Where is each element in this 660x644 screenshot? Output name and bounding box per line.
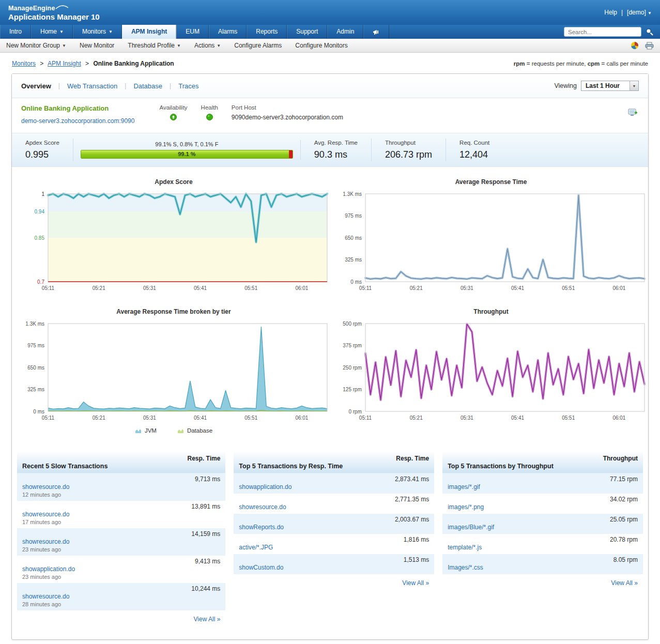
transaction-link[interactable]: showReports.do (239, 524, 284, 531)
breadcrumb-monitors[interactable]: Monitors (12, 60, 36, 67)
svg-text:05:41: 05:41 (511, 285, 524, 291)
transaction-link[interactable]: showresource.do (22, 511, 69, 518)
tab-traces[interactable]: Traces (178, 82, 198, 90)
legend-item-database[interactable]: Database (177, 427, 212, 434)
svg-text:05:11: 05:11 (42, 285, 55, 291)
svg-text:05:51: 05:51 (244, 415, 257, 421)
transaction-link[interactable]: showCustom.do (239, 564, 283, 571)
transaction-link[interactable]: showapplication.do (22, 565, 75, 573)
search-input[interactable] (564, 27, 641, 37)
transaction-tables: Resp. Time Recent 5 Slow Transactions 9,… (12, 439, 648, 631)
view-all-link[interactable]: View All » (402, 579, 429, 587)
svg-text:05:21: 05:21 (93, 285, 105, 291)
health-clear-icon[interactable] (206, 115, 213, 122)
application-name: Online Banking Application (21, 104, 134, 112)
svg-text:05:31: 05:31 (461, 415, 473, 421)
transaction-link[interactable]: Images/*.css (448, 564, 483, 571)
view-all-link[interactable]: View All » (194, 616, 221, 623)
add-to-dashboard-icon[interactable] (628, 109, 638, 118)
nav-tab-eum[interactable]: EUM (176, 25, 209, 39)
breadcrumb-separator: > (40, 60, 43, 67)
transaction-link[interactable]: images/Blue/*.gif (448, 524, 494, 531)
manageengine-logo[interactable]: ManageEngine Applications Manager 10 (8, 4, 100, 21)
transaction-link[interactable]: showapplication.do (239, 483, 291, 490)
threshold-profile-menu[interactable]: Threshold Profile▼ (128, 42, 181, 49)
viewing-label: Viewing (554, 82, 577, 89)
availability-label: Availability (159, 104, 187, 111)
transaction-link[interactable]: images/*.png (448, 503, 484, 511)
legend-item-jvm[interactable]: JVM (135, 427, 157, 434)
svg-text:05:31: 05:31 (143, 415, 156, 421)
nav-tab-apm-insight[interactable]: APM Insight (122, 25, 176, 39)
top-by-throughput-table: Throughput Top 5 Transactions by Through… (442, 452, 643, 625)
svg-text:650 ms: 650 ms (27, 365, 44, 371)
nav-tab-reports[interactable]: Reports (247, 25, 287, 39)
table-row: 2,003.67 ms showReports.do (234, 514, 434, 534)
app-header: ManageEngine Applications Manager 10 Hel… (0, 0, 660, 25)
print-icon[interactable] (645, 42, 654, 50)
nav-tab-monitors[interactable]: Monitors▼ (73, 25, 122, 39)
reports-pie-icon[interactable] (631, 41, 639, 50)
charts-grid: Apdex Score 10.940.850.705:1105:2105:310… (12, 167, 648, 439)
svg-text:05:11: 05:11 (42, 415, 55, 421)
nav-tab-home[interactable]: Home▼ (31, 25, 73, 39)
main-navigation: Intro Home▼ Monitors▼ APM Insight EUM Al… (0, 25, 660, 39)
nav-tab-alarms[interactable]: Alarms (209, 25, 247, 39)
view-all-link[interactable]: View All » (611, 579, 638, 587)
svg-text:650 ms: 650 ms (345, 235, 362, 241)
svg-text:05:41: 05:41 (194, 415, 207, 421)
avg-resp-time-stat: Avg. Resp. Time 90.3 ms (301, 139, 372, 161)
svg-text:06:01: 06:01 (295, 285, 308, 291)
svg-text:06:01: 06:01 (612, 415, 625, 421)
nav-tab-support[interactable]: Support (287, 25, 327, 39)
nav-tab-intro[interactable]: Intro (0, 25, 31, 39)
help-link[interactable]: Help (604, 9, 617, 16)
svg-text:0 rpm: 0 rpm (348, 409, 362, 415)
tab-overview[interactable]: Overview (21, 82, 51, 90)
svg-text:05:11: 05:11 (359, 415, 372, 421)
transaction-link[interactable]: images/*.gif (448, 483, 480, 490)
chevron-down-icon: ▼ (109, 25, 113, 39)
transaction-link[interactable]: showresource.do (239, 503, 286, 511)
nav-tab-admin[interactable]: Admin (327, 25, 363, 39)
application-url-link[interactable]: demo-server3.zohocorporation.com:9090 (21, 117, 134, 125)
configure-alarms-link[interactable]: Configure Alarms (234, 42, 282, 49)
svg-text:500 rpm: 500 rpm (343, 321, 362, 327)
chevron-down-icon: ▼ (59, 25, 64, 39)
svg-text:05:41: 05:41 (194, 285, 207, 291)
configure-monitors-link[interactable]: Configure Monitors (295, 42, 347, 49)
availability-up-icon[interactable] (170, 115, 177, 122)
announcement-icon[interactable] (363, 25, 389, 39)
nav-spacer (389, 25, 564, 39)
search-icon[interactable] (645, 27, 654, 36)
response-time-by-tier-chart-block: Average Response Time broken by tier 0 m… (15, 308, 332, 434)
health-label: Health (201, 104, 218, 111)
header-separator: | (621, 9, 623, 16)
actions-menu[interactable]: Actions▼ (194, 42, 221, 49)
chevron-down-icon: ▼ (630, 81, 638, 90)
response-time-by-tier-chart: 0 ms325 ms650 ms975 ms1.3K ms05:1105:210… (15, 319, 332, 423)
host-value: demo-server3.zohocorporation.com (245, 114, 343, 121)
transaction-link[interactable]: showresource.do (22, 593, 69, 600)
new-monitor-link[interactable]: New Monitor (80, 42, 114, 49)
secondary-toolbar: New Monitor Group▼ New Monitor Threshold… (0, 39, 660, 53)
chevron-down-icon: ▼ (177, 43, 181, 48)
port-value: 9090 (232, 114, 245, 121)
user-menu[interactable]: [demo] ▼ (627, 9, 652, 16)
tab-web-transaction[interactable]: Web Transaction (67, 82, 117, 90)
svg-text:0 ms: 0 ms (33, 409, 44, 415)
table-row: 1,816 ms active/*.JPG (234, 534, 434, 554)
transaction-link[interactable]: showresource.do (22, 538, 69, 545)
svg-text:1.3K ms: 1.3K ms (343, 191, 362, 197)
viewing-select[interactable]: Last 1 Hour ▼ (581, 81, 639, 91)
breadcrumb-apm-insight[interactable]: APM Insight (48, 60, 81, 67)
transaction-link[interactable]: showresource.do (22, 483, 69, 490)
svg-text:125 rpm: 125 rpm (343, 387, 362, 392)
transaction-link[interactable]: active/*.JPG (239, 544, 273, 551)
apdex-score-chart-block: Apdex Score 10.940.850.705:1105:2105:310… (15, 178, 332, 295)
tab-separator: | (170, 82, 171, 89)
tab-database[interactable]: Database (133, 82, 162, 90)
database-series-icon (177, 428, 184, 434)
new-monitor-group-menu[interactable]: New Monitor Group▼ (6, 42, 66, 49)
transaction-link[interactable]: template/*.js (448, 544, 482, 551)
